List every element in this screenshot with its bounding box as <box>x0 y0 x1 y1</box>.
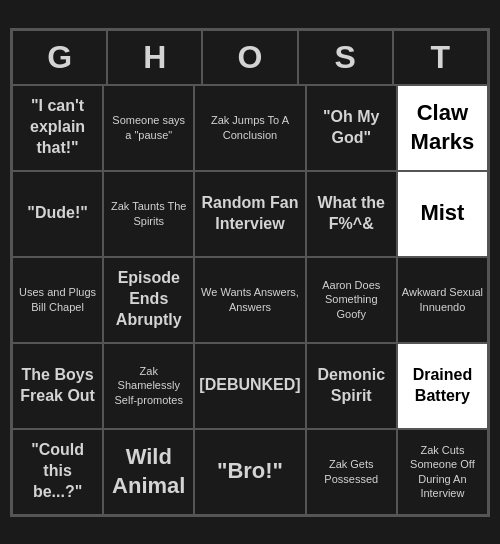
header-row: GHOST <box>12 30 488 85</box>
header-letter-T: T <box>393 30 488 85</box>
bingo-cell-5[interactable]: "Dude!" <box>12 171 103 257</box>
bingo-cell-8[interactable]: What the F%^& <box>306 171 397 257</box>
header-letter-O: O <box>202 30 297 85</box>
bingo-cell-23[interactable]: Zak Gets Possessed <box>306 429 397 515</box>
bingo-cell-10[interactable]: Uses and Plugs Bill Chapel <box>12 257 103 343</box>
bingo-cell-17[interactable]: [DEBUNKED] <box>194 343 305 429</box>
bingo-cell-14[interactable]: Awkward Sexual Innuendo <box>397 257 488 343</box>
bingo-cell-19[interactable]: Drained Battery <box>397 343 488 429</box>
bingo-cell-16[interactable]: Zak Shamelessly Self-promotes <box>103 343 194 429</box>
bingo-cell-12[interactable]: We Wants Answers, Answers <box>194 257 305 343</box>
bingo-cell-13[interactable]: Aaron Does Something Goofy <box>306 257 397 343</box>
bingo-cell-7[interactable]: Random Fan Interview <box>194 171 305 257</box>
bingo-grid: "I can't explain that!"Someone says a "p… <box>12 85 488 515</box>
bingo-cell-22[interactable]: "Bro!" <box>194 429 305 515</box>
bingo-cell-18[interactable]: Demonic Spirit <box>306 343 397 429</box>
bingo-cell-9[interactable]: Mist <box>397 171 488 257</box>
bingo-cell-24[interactable]: Zak Cuts Someone Off During An Interview <box>397 429 488 515</box>
header-letter-G: G <box>12 30 107 85</box>
bingo-card: GHOST "I can't explain that!"Someone say… <box>10 28 490 517</box>
header-letter-H: H <box>107 30 202 85</box>
header-letter-S: S <box>298 30 393 85</box>
bingo-cell-15[interactable]: The Boys Freak Out <box>12 343 103 429</box>
bingo-cell-0[interactable]: "I can't explain that!" <box>12 85 103 171</box>
bingo-cell-4[interactable]: Claw Marks <box>397 85 488 171</box>
bingo-cell-11[interactable]: Episode Ends Abruptly <box>103 257 194 343</box>
bingo-cell-21[interactable]: Wild Animal <box>103 429 194 515</box>
bingo-cell-6[interactable]: Zak Taunts The Spirits <box>103 171 194 257</box>
bingo-cell-1[interactable]: Someone says a "pause" <box>103 85 194 171</box>
bingo-cell-2[interactable]: Zak Jumps To A Conclusion <box>194 85 305 171</box>
bingo-cell-20[interactable]: "Could this be...?" <box>12 429 103 515</box>
bingo-cell-3[interactable]: "Oh My God" <box>306 85 397 171</box>
